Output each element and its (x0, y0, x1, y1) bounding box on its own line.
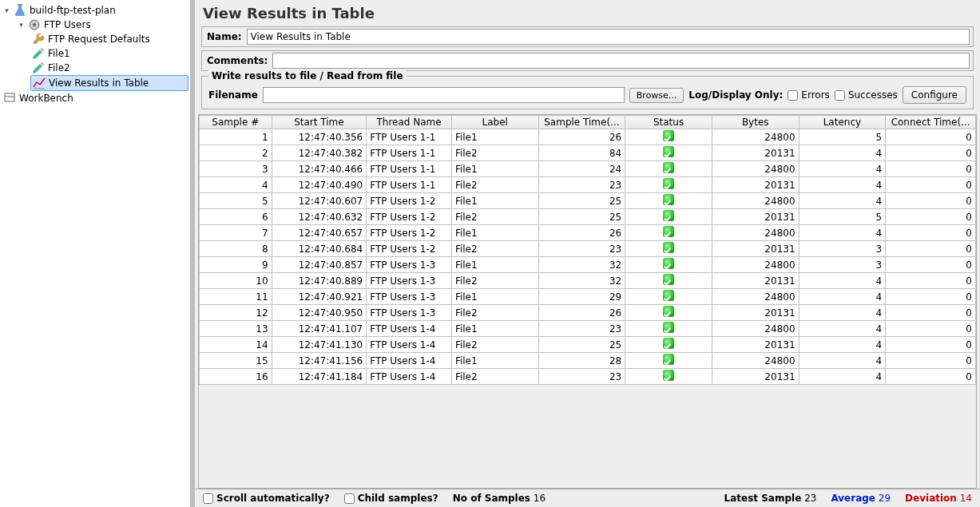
col-connect-time[interactable]: Connect Time(... (886, 116, 976, 129)
cell-bytes: 24800 (712, 225, 799, 241)
col-start-time[interactable]: Start Time (272, 116, 367, 129)
cell-status (625, 305, 712, 321)
table-row[interactable]: 1212:47:40.950FTP Users 1-3File226201314… (200, 305, 976, 321)
cell-sample: 16 (200, 369, 272, 385)
table-row[interactable]: 812:47:40.684FTP Users 1-2File2232013130 (200, 241, 976, 257)
cell-start-time: 12:47:41.156 (272, 353, 367, 369)
gear-icon (28, 18, 41, 31)
results-table-wrap[interactable]: Sample # Start Time Thread Name Label Sa… (198, 114, 977, 489)
cell-status (625, 337, 712, 353)
table-row[interactable]: 1312:47:41.107FTP Users 1-4File123248004… (200, 321, 976, 337)
cell-thread: FTP Users 1-2 (367, 225, 452, 241)
cell-latency: 4 (799, 337, 886, 353)
tree-node-file1[interactable]: File1 (30, 46, 188, 61)
col-latency[interactable]: Latency (799, 116, 886, 129)
table-row[interactable]: 412:47:40.490FTP Users 1-1File2232013140 (200, 177, 976, 193)
cell-label: File2 (451, 305, 538, 321)
table-row[interactable]: 912:47:40.857FTP Users 1-3File1322480030 (200, 257, 976, 273)
cell-sample-time: 25 (538, 337, 625, 353)
cell-latency: 4 (799, 305, 886, 321)
tree-node-defaults[interactable]: FTP Request Defaults (30, 32, 188, 46)
name-input[interactable] (247, 29, 970, 45)
cell-label: File2 (451, 337, 538, 353)
cell-label: File1 (451, 225, 538, 241)
cell-start-time: 12:47:41.107 (272, 321, 367, 337)
collapse-icon[interactable]: ▾ (3, 7, 10, 14)
cell-bytes: 20131 (712, 273, 799, 289)
table-row[interactable]: 1112:47:40.921FTP Users 1-3File129248004… (200, 289, 976, 305)
success-icon (663, 226, 674, 237)
browse-button[interactable]: Browse... (629, 88, 684, 103)
col-label[interactable]: Label (451, 116, 538, 129)
cell-sample: 7 (200, 225, 272, 241)
wrench-icon (32, 33, 45, 46)
cell-status (625, 161, 712, 177)
cell-bytes: 20131 (712, 337, 799, 353)
success-icon (663, 242, 674, 253)
tree-node-view-results[interactable]: View Results in Table (30, 75, 188, 91)
cell-sample: 2 (200, 145, 272, 161)
cell-sample: 1 (200, 129, 272, 145)
cell-sample: 14 (200, 337, 272, 353)
cell-label: File1 (451, 161, 538, 177)
scroll-auto-checkbox[interactable]: Scroll automatically? (203, 493, 330, 504)
cell-bytes: 20131 (712, 177, 799, 193)
table-row[interactable]: 1012:47:40.889FTP Users 1-3File232201314… (200, 273, 976, 289)
tree-node-test-plan[interactable]: ▾ build-ftp-test-plan (2, 3, 188, 18)
col-thread-name[interactable]: Thread Name (367, 116, 452, 129)
table-row[interactable]: 612:47:40.632FTP Users 1-2File2252013150 (200, 209, 976, 225)
cell-bytes: 20131 (712, 145, 799, 161)
tree-node-workbench[interactable]: WorkBench (2, 91, 188, 105)
table-row[interactable]: 712:47:40.657FTP Users 1-2File1262480040 (200, 225, 976, 241)
cell-bytes: 20131 (712, 369, 799, 385)
cell-connect: 0 (886, 353, 976, 369)
cell-sample-time: 24 (538, 161, 625, 177)
table-row[interactable]: 512:47:40.607FTP Users 1-2File1252480040 (200, 193, 976, 209)
child-samples-checkbox[interactable]: Child samples? (344, 493, 438, 504)
configure-button[interactable]: Configure (903, 86, 966, 104)
tree-node-thread-group[interactable]: ▾ FTP Users (16, 18, 188, 32)
tree-node-file2[interactable]: File2 (30, 61, 188, 75)
cell-status (625, 193, 712, 209)
table-empty-area (199, 385, 976, 489)
successes-checkbox[interactable]: Successes (835, 89, 898, 101)
cell-label: File1 (451, 193, 538, 209)
success-icon (663, 370, 674, 381)
cell-status (625, 177, 712, 193)
cell-thread: FTP Users 1-3 (367, 257, 452, 273)
table-row[interactable]: 112:47:40.356FTP Users 1-1File1262480050 (200, 129, 976, 145)
success-icon (663, 210, 674, 221)
table-row[interactable]: 1512:47:41.156FTP Users 1-4File128248004… (200, 353, 976, 369)
cell-thread: FTP Users 1-4 (367, 337, 452, 353)
cell-start-time: 12:47:40.607 (272, 193, 367, 209)
table-row[interactable]: 1612:47:41.184FTP Users 1-4File223201314… (200, 369, 976, 385)
tree-pane: ▾ build-ftp-test-plan ▾ FTP Users FTP Re… (0, 0, 195, 507)
table-row[interactable]: 1412:47:41.130FTP Users 1-4File225201314… (200, 337, 976, 353)
table-row[interactable]: 212:47:40.382FTP Users 1-1File2842013140 (200, 145, 976, 161)
cell-status (625, 369, 712, 385)
cell-connect: 0 (886, 193, 976, 209)
col-sample-time[interactable]: Sample Time(... (538, 116, 625, 129)
success-icon (663, 162, 674, 173)
errors-checkbox[interactable]: Errors (788, 89, 830, 101)
cell-status (625, 289, 712, 305)
cell-sample-time: 26 (538, 305, 625, 321)
cell-latency: 4 (799, 273, 886, 289)
comments-row: Comments: (201, 50, 974, 71)
collapse-icon[interactable]: ▾ (18, 22, 25, 29)
cell-connect: 0 (886, 321, 976, 337)
cell-latency: 4 (799, 369, 886, 385)
name-row: Name: (201, 26, 974, 47)
filename-input[interactable] (263, 87, 625, 103)
col-status[interactable]: Status (625, 116, 712, 129)
cell-start-time: 12:47:41.130 (272, 337, 367, 353)
deviation: Deviation 14 (905, 493, 972, 504)
comments-input[interactable] (272, 53, 970, 69)
col-bytes[interactable]: Bytes (712, 116, 799, 129)
cell-latency: 4 (799, 353, 886, 369)
svg-rect-0 (18, 4, 22, 6)
cell-latency: 4 (799, 161, 886, 177)
cell-connect: 0 (886, 273, 976, 289)
table-row[interactable]: 312:47:40.466FTP Users 1-1File1242480040 (200, 161, 976, 177)
col-sample[interactable]: Sample # (200, 116, 272, 129)
